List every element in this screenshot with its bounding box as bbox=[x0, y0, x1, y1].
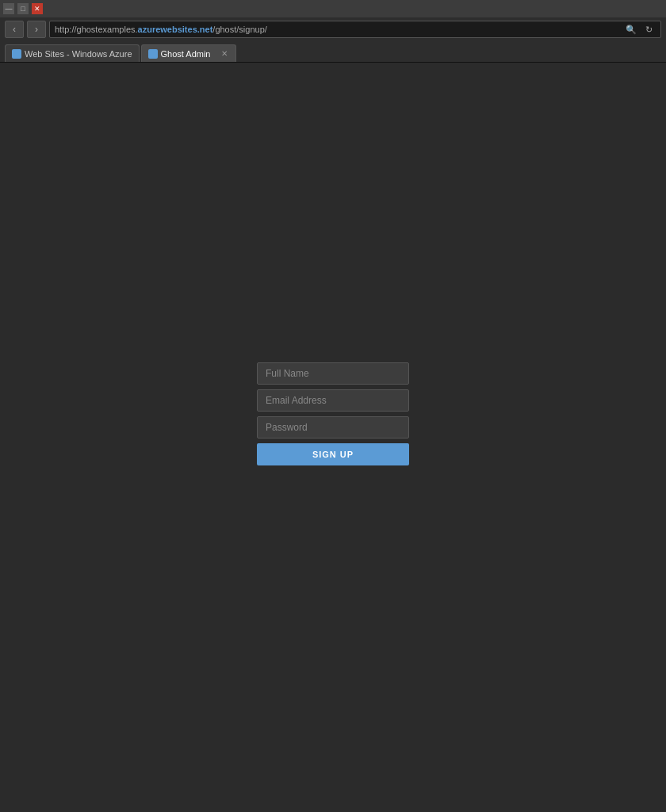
email-input[interactable] bbox=[257, 389, 409, 412]
address-bar[interactable]: http://ghostexamples.azurewebsites.net/g… bbox=[49, 21, 661, 38]
url-highlight: azurewebsites.net bbox=[138, 25, 213, 34]
maximize-button[interactable]: □ bbox=[17, 3, 29, 14]
address-text: http://ghostexamples.azurewebsites.net/g… bbox=[55, 25, 621, 34]
close-button[interactable]: ✕ bbox=[32, 3, 43, 14]
page-content: SIGN UP bbox=[0, 63, 666, 812]
full-name-input[interactable] bbox=[257, 362, 409, 385]
minimize-button[interactable]: — bbox=[3, 3, 14, 14]
url-prefix: http://ghostexamples. bbox=[55, 25, 138, 34]
signup-button[interactable]: SIGN UP bbox=[257, 443, 409, 465]
forward-button[interactable]: › bbox=[27, 21, 46, 38]
tabs-bar: Web Sites - Windows Azure Ghost Admin ✕ bbox=[0, 41, 666, 62]
tab-ghost-admin[interactable]: Ghost Admin ✕ bbox=[141, 44, 236, 62]
back-button[interactable]: ‹ bbox=[5, 21, 24, 38]
password-input[interactable] bbox=[257, 416, 409, 439]
tab-label-ghost-admin: Ghost Admin bbox=[161, 49, 211, 59]
signup-form: SIGN UP bbox=[257, 362, 409, 465]
tab-icon-ghost-admin bbox=[148, 49, 158, 59]
tab-web-sites[interactable]: Web Sites - Windows Azure bbox=[5, 44, 140, 62]
title-bar-left: — □ ✕ bbox=[3, 3, 43, 14]
tab-icon-web-sites bbox=[12, 49, 21, 59]
browser-chrome: — □ ✕ ‹ › http://ghostexamples.azurewebs… bbox=[0, 0, 666, 63]
title-bar: — □ ✕ bbox=[0, 0, 666, 17]
tab-label-web-sites: Web Sites - Windows Azure bbox=[25, 49, 132, 59]
url-suffix: /ghost/signup/ bbox=[212, 25, 267, 34]
nav-bar: ‹ › http://ghostexamples.azurewebsites.n… bbox=[0, 17, 666, 41]
search-button[interactable]: 🔍 bbox=[624, 22, 638, 36]
refresh-button[interactable]: ↻ bbox=[641, 22, 656, 36]
tab-close-button[interactable]: ✕ bbox=[220, 49, 229, 58]
